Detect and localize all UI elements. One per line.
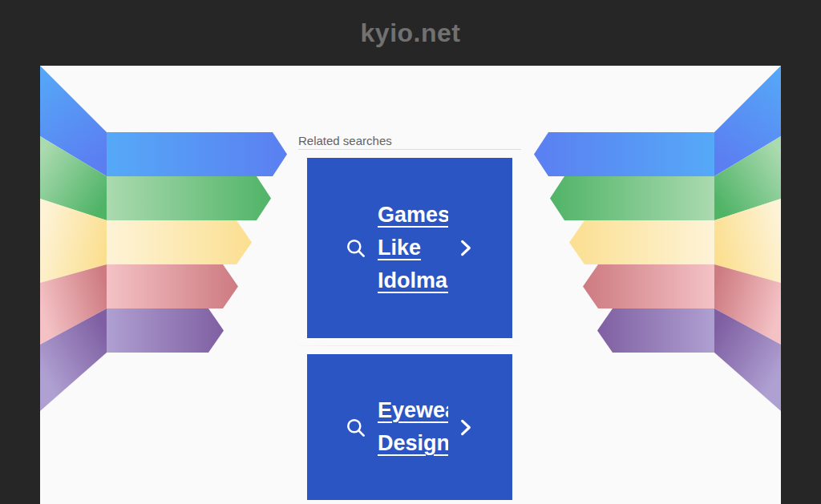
related-search-tile-1[interactable]: Games Like Idolmaster [307, 158, 512, 338]
chevron-right-icon[interactable] [456, 239, 475, 257]
search-icon[interactable] [345, 417, 366, 438]
header-bar: kyio.net [0, 0, 821, 66]
parked-domain-page: kyio.net [0, 0, 821, 504]
chevron-right-icon[interactable] [456, 418, 475, 437]
content-panel: Related searches Games Like Idolmaster [40, 66, 781, 504]
section-divider [298, 149, 521, 150]
related-searches-section: Related searches Games Like Idolmaster [298, 66, 521, 500]
tile-divider [298, 345, 521, 346]
search-icon[interactable] [345, 237, 366, 259]
related-searches-label: Related searches [298, 133, 521, 149]
related-search-tile-2[interactable]: Eyewear Designs [307, 354, 512, 500]
domain-title: kyio.net [361, 18, 461, 48]
related-search-link[interactable]: Eyewear Designs [378, 394, 448, 460]
related-search-link[interactable]: Games Like Idolmaster [378, 199, 448, 297]
